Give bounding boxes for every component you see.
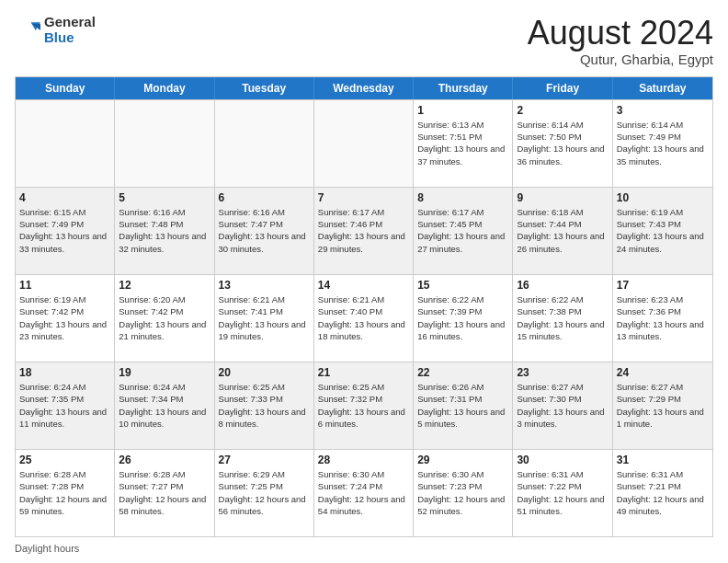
day-number: 30 [517, 453, 608, 467]
calendar-cell-r3-c2: 20Sunrise: 6:25 AM Sunset: 7:33 PM Dayli… [215, 362, 314, 449]
day-info: Sunrise: 6:25 AM Sunset: 7:33 PM Dayligh… [219, 381, 310, 430]
calendar-cell-r1-c2: 6Sunrise: 6:16 AM Sunset: 7:47 PM Daylig… [215, 188, 314, 274]
calendar: SundayMondayTuesdayWednesdayThursdayFrid… [15, 76, 713, 537]
day-info: Sunrise: 6:30 AM Sunset: 7:24 PM Dayligh… [318, 468, 409, 517]
day-info: Sunrise: 6:18 AM Sunset: 7:44 PM Dayligh… [517, 206, 608, 255]
calendar-cell-r4-c3: 28Sunrise: 6:30 AM Sunset: 7:24 PM Dayli… [314, 450, 414, 536]
title-block: August 2024 Qutur, Gharbia, Egypt [528, 15, 713, 67]
day-info: Sunrise: 6:19 AM Sunset: 7:42 PM Dayligh… [19, 293, 110, 342]
day-number: 17 [617, 278, 709, 293]
day-info: Sunrise: 6:31 AM Sunset: 7:21 PM Dayligh… [617, 468, 709, 517]
day-number: 13 [219, 278, 310, 293]
title-location: Qutur, Gharbia, Egypt [528, 52, 713, 67]
calendar-header-thursday: Thursday [414, 77, 513, 99]
day-info: Sunrise: 6:29 AM Sunset: 7:25 PM Dayligh… [219, 468, 310, 517]
calendar-cell-r0-c3 [314, 100, 414, 187]
day-number: 15 [417, 278, 508, 293]
logo: General Blue [15, 15, 96, 45]
calendar-row-2: 11Sunrise: 6:19 AM Sunset: 7:42 PM Dayli… [16, 274, 712, 362]
day-info: Sunrise: 6:25 AM Sunset: 7:32 PM Dayligh… [318, 381, 409, 430]
day-number: 26 [119, 453, 210, 467]
calendar-cell-r2-c2: 13Sunrise: 6:21 AM Sunset: 7:41 PM Dayli… [215, 275, 314, 362]
calendar-header-friday: Friday [513, 77, 612, 99]
day-number: 19 [119, 365, 210, 380]
calendar-cell-r3-c5: 23Sunrise: 6:27 AM Sunset: 7:30 PM Dayli… [513, 362, 612, 449]
day-number: 29 [417, 453, 508, 467]
day-number: 25 [19, 453, 110, 467]
calendar-cell-r4-c5: 30Sunrise: 6:31 AM Sunset: 7:22 PM Dayli… [513, 450, 612, 536]
day-info: Sunrise: 6:22 AM Sunset: 7:39 PM Dayligh… [417, 293, 508, 342]
calendar-cell-r3-c1: 19Sunrise: 6:24 AM Sunset: 7:34 PM Dayli… [115, 362, 214, 449]
day-info: Sunrise: 6:20 AM Sunset: 7:42 PM Dayligh… [119, 293, 210, 342]
logo-general-text: General [44, 15, 96, 30]
calendar-row-0: 1Sunrise: 6:13 AM Sunset: 7:51 PM Daylig… [16, 99, 712, 187]
calendar-cell-r0-c1 [115, 100, 214, 187]
calendar-cell-r2-c3: 14Sunrise: 6:21 AM Sunset: 7:40 PM Dayli… [314, 275, 414, 362]
day-info: Sunrise: 6:16 AM Sunset: 7:48 PM Dayligh… [119, 206, 210, 255]
calendar-body: 1Sunrise: 6:13 AM Sunset: 7:51 PM Daylig… [16, 99, 712, 536]
day-number: 8 [417, 190, 508, 205]
day-number: 24 [617, 365, 709, 380]
calendar-cell-r1-c0: 4Sunrise: 6:15 AM Sunset: 7:49 PM Daylig… [16, 188, 115, 274]
calendar-cell-r1-c6: 10Sunrise: 6:19 AM Sunset: 7:43 PM Dayli… [613, 188, 712, 274]
calendar-cell-r0-c4: 1Sunrise: 6:13 AM Sunset: 7:51 PM Daylig… [414, 100, 513, 187]
footer-label: Daylight hours [15, 543, 79, 554]
day-info: Sunrise: 6:14 AM Sunset: 7:49 PM Dayligh… [617, 119, 709, 167]
day-info: Sunrise: 6:15 AM Sunset: 7:49 PM Dayligh… [19, 206, 110, 255]
day-info: Sunrise: 6:24 AM Sunset: 7:34 PM Dayligh… [119, 381, 210, 430]
calendar-header: SundayMondayTuesdayWednesdayThursdayFrid… [16, 77, 712, 99]
calendar-cell-r0-c5: 2Sunrise: 6:14 AM Sunset: 7:50 PM Daylig… [513, 100, 612, 187]
day-info: Sunrise: 6:13 AM Sunset: 7:51 PM Dayligh… [417, 119, 508, 167]
page: General Blue August 2024 Qutur, Gharbia,… [0, 0, 728, 563]
calendar-cell-r1-c1: 5Sunrise: 6:16 AM Sunset: 7:48 PM Daylig… [115, 188, 214, 274]
day-info: Sunrise: 6:23 AM Sunset: 7:36 PM Dayligh… [617, 293, 709, 342]
calendar-cell-r1-c5: 9Sunrise: 6:18 AM Sunset: 7:44 PM Daylig… [513, 188, 612, 274]
day-number: 11 [19, 278, 110, 293]
calendar-cell-r4-c1: 26Sunrise: 6:28 AM Sunset: 7:27 PM Dayli… [115, 450, 214, 536]
logo-icon [15, 17, 40, 43]
calendar-cell-r3-c3: 21Sunrise: 6:25 AM Sunset: 7:32 PM Dayli… [314, 362, 414, 449]
day-number: 5 [119, 190, 210, 205]
logo-text: General Blue [44, 15, 96, 45]
calendar-cell-r3-c0: 18Sunrise: 6:24 AM Sunset: 7:35 PM Dayli… [16, 362, 115, 449]
day-info: Sunrise: 6:28 AM Sunset: 7:27 PM Dayligh… [119, 468, 210, 517]
calendar-header-tuesday: Tuesday [215, 77, 314, 99]
day-info: Sunrise: 6:17 AM Sunset: 7:46 PM Dayligh… [318, 206, 409, 255]
title-month: August 2024 [528, 15, 713, 52]
calendar-cell-r2-c5: 16Sunrise: 6:22 AM Sunset: 7:38 PM Dayli… [513, 275, 612, 362]
calendar-cell-r1-c3: 7Sunrise: 6:17 AM Sunset: 7:46 PM Daylig… [314, 188, 414, 274]
calendar-cell-r0-c6: 3Sunrise: 6:14 AM Sunset: 7:49 PM Daylig… [613, 100, 712, 187]
day-number: 27 [219, 453, 310, 467]
calendar-row-3: 18Sunrise: 6:24 AM Sunset: 7:35 PM Dayli… [16, 362, 712, 449]
day-info: Sunrise: 6:17 AM Sunset: 7:45 PM Dayligh… [417, 206, 508, 255]
day-number: 16 [517, 278, 608, 293]
day-number: 18 [19, 365, 110, 380]
calendar-cell-r2-c1: 12Sunrise: 6:20 AM Sunset: 7:42 PM Dayli… [115, 275, 214, 362]
calendar-cell-r3-c4: 22Sunrise: 6:26 AM Sunset: 7:31 PM Dayli… [414, 362, 513, 449]
day-info: Sunrise: 6:22 AM Sunset: 7:38 PM Dayligh… [517, 293, 608, 342]
day-info: Sunrise: 6:26 AM Sunset: 7:31 PM Dayligh… [417, 381, 508, 430]
day-number: 3 [617, 103, 709, 118]
day-number: 22 [417, 365, 508, 380]
day-info: Sunrise: 6:30 AM Sunset: 7:23 PM Dayligh… [417, 468, 508, 517]
calendar-cell-r4-c4: 29Sunrise: 6:30 AM Sunset: 7:23 PM Dayli… [414, 450, 513, 536]
day-number: 21 [318, 365, 409, 380]
day-number: 7 [318, 190, 409, 205]
calendar-cell-r0-c2 [215, 100, 314, 187]
day-info: Sunrise: 6:27 AM Sunset: 7:30 PM Dayligh… [517, 381, 608, 430]
day-info: Sunrise: 6:31 AM Sunset: 7:22 PM Dayligh… [517, 468, 608, 517]
header: General Blue August 2024 Qutur, Gharbia,… [15, 15, 713, 67]
calendar-cell-r4-c6: 31Sunrise: 6:31 AM Sunset: 7:21 PM Dayli… [613, 450, 712, 536]
calendar-header-wednesday: Wednesday [314, 77, 414, 99]
day-info: Sunrise: 6:24 AM Sunset: 7:35 PM Dayligh… [19, 381, 110, 430]
day-number: 20 [219, 365, 310, 380]
day-info: Sunrise: 6:21 AM Sunset: 7:41 PM Dayligh… [219, 293, 310, 342]
calendar-cell-r2-c6: 17Sunrise: 6:23 AM Sunset: 7:36 PM Dayli… [613, 275, 712, 362]
day-info: Sunrise: 6:21 AM Sunset: 7:40 PM Dayligh… [318, 293, 409, 342]
day-number: 4 [19, 190, 110, 205]
day-number: 6 [219, 190, 310, 205]
calendar-cell-r0-c0 [16, 100, 115, 187]
footer: Daylight hours [15, 543, 713, 554]
day-number: 31 [617, 453, 709, 467]
calendar-header-sunday: Sunday [16, 77, 115, 99]
